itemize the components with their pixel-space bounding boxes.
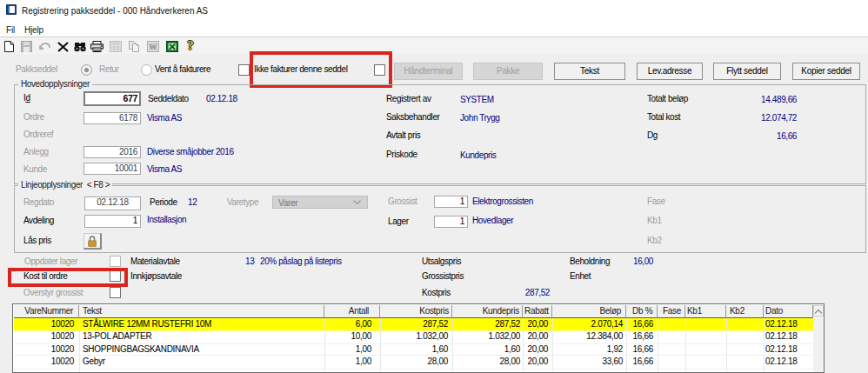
svg-text:W: W <box>150 43 157 51</box>
